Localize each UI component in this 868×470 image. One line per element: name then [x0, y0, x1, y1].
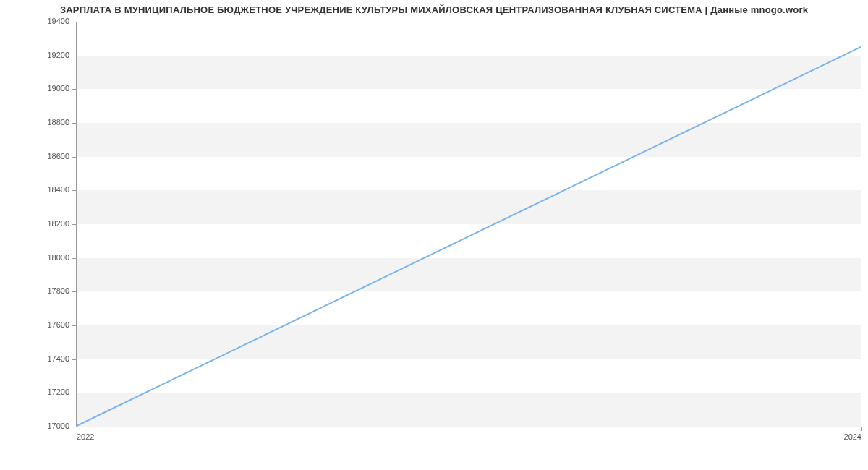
y-tick-label: 19000 [47, 84, 69, 93]
y-tick-label: 18400 [47, 185, 69, 194]
x-tick-label: 2022 [77, 432, 94, 441]
plot-area: 1700017200174001760017800180001820018400… [76, 22, 861, 427]
salary-line-chart: ЗАРПЛАТА В МУНИЦИПАЛЬНОЕ БЮДЖЕТНОЕ УЧРЕЖ… [0, 0, 868, 470]
y-tick-mark [72, 359, 77, 360]
x-tick-mark [77, 427, 77, 431]
y-tick-mark [72, 22, 77, 22]
y-tick-label: 17400 [47, 354, 69, 363]
y-tick-mark [72, 224, 77, 225]
x-tick-mark [861, 427, 862, 431]
y-tick-label: 17800 [47, 286, 69, 295]
y-tick-mark [72, 393, 77, 393]
y-tick-mark [72, 190, 77, 191]
y-tick-label: 17200 [47, 388, 69, 396]
y-tick-mark [72, 89, 77, 90]
y-tick-label: 17000 [47, 422, 69, 430]
y-tick-label: 17600 [47, 320, 69, 329]
y-tick-label: 18000 [47, 253, 69, 262]
y-tick-mark [72, 56, 77, 56]
chart-title: ЗАРПЛАТА В МУНИЦИПАЛЬНОЕ БЮДЖЕТНОЕ УЧРЕЖ… [0, 4, 868, 15]
y-tick-mark [72, 123, 77, 124]
y-tick-mark [72, 258, 77, 259]
y-tick-label: 19400 [47, 17, 69, 25]
y-tick-label: 18600 [47, 152, 69, 161]
y-tick-label: 18800 [47, 118, 69, 127]
y-tick-mark [72, 291, 77, 292]
y-tick-label: 18200 [47, 219, 69, 228]
series-line [77, 47, 861, 426]
x-tick-label: 2024 [844, 432, 861, 441]
y-tick-mark [72, 325, 77, 326]
line-layer [77, 22, 861, 426]
y-tick-mark [72, 157, 77, 158]
y-tick-label: 19200 [47, 51, 69, 59]
